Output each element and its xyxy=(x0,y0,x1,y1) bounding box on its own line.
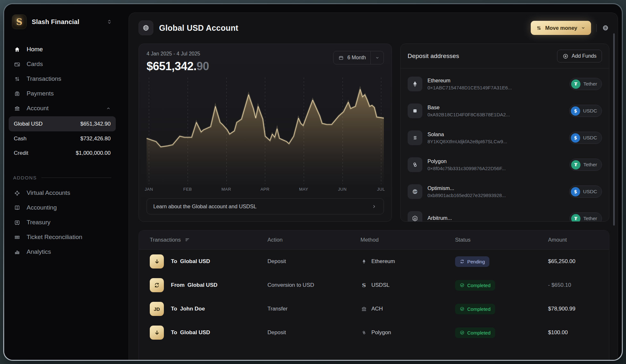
token-badge[interactable]: $ USDC xyxy=(569,186,602,198)
sidebar-item-account[interactable]: Account xyxy=(9,101,116,116)
balance-amount: $651,342.90 xyxy=(147,60,209,73)
learn-banner[interactable]: Learn about the Global account and USDSL xyxy=(147,198,384,214)
deposit-row-optimism[interactable]: OP Optimism... 0xb8901acb165ed027e329893… xyxy=(408,178,602,205)
token-label: USDC xyxy=(583,135,597,141)
sidebar-item-label: Accounting xyxy=(27,204,57,211)
sort-filter-icon[interactable] xyxy=(185,237,190,243)
transactions-table: Transactions Action Method Status Amount… xyxy=(139,230,609,360)
period-selector-value: 6 Month xyxy=(334,55,370,61)
account-row-global-usd[interactable]: Global USD $651,342.90 xyxy=(9,116,116,131)
deposit-row-polygon[interactable]: Polygon 0×8f04c75b331c3099876A22D56F... … xyxy=(408,151,602,178)
chevron-right-icon xyxy=(371,203,377,210)
transaction-row[interactable]: ToGlobal USD Deposit Polygon Completed $… xyxy=(139,321,609,344)
deposit-row-base[interactable]: Base 0xA92B18C1D4F0F8C63B78E1DA2... $ US… xyxy=(408,97,602,124)
deposit-row-solana[interactable]: Solana 8Y1KQ8XtfmUdjkfA2eBpt67SLCw9... $… xyxy=(408,124,602,151)
transaction-row[interactable]: FromGlobal USD Conversion to USD S USDSL… xyxy=(139,273,609,297)
sidebar-item-label: Treasury xyxy=(27,219,50,226)
app-window: S Slash Financial Home Cards Transaction… xyxy=(3,3,623,361)
tx-method: USDSL xyxy=(371,282,390,288)
calendar-icon xyxy=(338,55,344,61)
wallet-icon xyxy=(13,61,21,68)
transaction-row[interactable]: ToGlobal USD Deposit Ethereum Pending $6… xyxy=(139,250,609,273)
app-surface: S Slash Financial Home Cards Transaction… xyxy=(4,4,622,360)
wallet-address: 0×8f04c75b331c3099876A22D56F... xyxy=(427,166,506,171)
tx-action: Deposit xyxy=(267,329,360,336)
brand-logo-letter: S xyxy=(16,17,22,27)
sidebar-item-treasury[interactable]: Treasury xyxy=(9,215,116,230)
sidebar-item-label: Analytics xyxy=(27,248,51,255)
network-name: Polygon xyxy=(427,158,506,164)
move-money-button[interactable]: Move money xyxy=(531,21,591,35)
arbitrum-icon xyxy=(408,211,422,221)
learn-banner-text: Learn about the Global account and USDSL xyxy=(153,203,257,210)
account-label: Cash xyxy=(14,136,27,142)
token-badge[interactable]: ₮ Tether xyxy=(570,78,602,90)
period-label: 6 Month xyxy=(347,55,366,61)
sidebar-item-virtual-accounts[interactable]: Virtual Accounts xyxy=(9,186,116,200)
deposit-row-ethereum[interactable]: Ethereum 0×1ABC7154748D1CE5149F7A31E6...… xyxy=(408,70,602,97)
status-label: Completed xyxy=(467,283,491,288)
sidebar-item-cards[interactable]: Cards xyxy=(9,57,116,71)
deposit-card-header: Deposit addresses Add Funds xyxy=(401,44,609,68)
deposit-row-arbitrum[interactable]: Arbitrum... ₮ Tether xyxy=(408,205,602,221)
deposit-addresses-card: Deposit addresses Add Funds Et xyxy=(400,44,609,222)
scrollbar[interactable] xyxy=(613,33,615,226)
sidebar-item-analytics[interactable]: Analytics xyxy=(9,244,116,259)
bank-icon xyxy=(13,105,21,112)
check-circle-icon xyxy=(460,330,465,335)
chevron-down-icon[interactable] xyxy=(371,55,384,61)
tx-method: Polygon xyxy=(371,329,391,336)
workspace-switcher[interactable]: S Slash Financial xyxy=(4,14,120,29)
transaction-row[interactable]: JD ToJohn Doe Transfer ACH Completed $78… xyxy=(139,297,609,321)
status-label: Completed xyxy=(467,330,491,335)
token-badge[interactable]: $ USDC xyxy=(569,105,602,117)
sidebar-item-accounting[interactable]: Accounting xyxy=(9,200,116,215)
month-label: MAY xyxy=(299,187,309,192)
period-selector[interactable]: 6 Month xyxy=(333,51,384,64)
account-row-credit[interactable]: Credit $1,000,000.00 xyxy=(9,146,116,160)
sidebar-item-payments[interactable]: Payments xyxy=(9,86,116,101)
deposit-row-text: Arbitrum... xyxy=(427,215,452,222)
tx-amount: $100.00 xyxy=(548,329,601,336)
account-row-cash[interactable]: Cash $732,426.80 xyxy=(9,131,116,146)
tx-amount: $78,900.99 xyxy=(548,306,601,312)
token-badge[interactable]: ₮ Tether xyxy=(570,159,602,171)
deposit-row-text: Solana 8Y1KQ8XtfmUdjkfA2eBpt67SLCw9... xyxy=(427,131,507,144)
sidebar-item-ticket-reconciliation[interactable]: Ticket Reconciliation xyxy=(9,230,116,244)
tether-icon: ₮ xyxy=(571,79,580,89)
token-badge[interactable]: ₮ Tether xyxy=(570,212,602,221)
home-icon xyxy=(13,46,21,53)
main-area: Global USD Account Move money xyxy=(120,4,622,360)
account-label: Global USD xyxy=(14,121,43,127)
tx-action: Transfer xyxy=(267,306,360,312)
sidebar-item-transactions[interactable]: Transactions xyxy=(9,71,116,86)
usdc-icon: $ xyxy=(571,187,580,196)
brand-name: Slash Financial xyxy=(32,18,80,26)
divider xyxy=(41,178,111,178)
conversion-refresh-icon xyxy=(150,278,164,292)
tx-amount: $65,250.00 xyxy=(548,258,601,265)
sidebar-item-home[interactable]: Home xyxy=(9,42,116,57)
network-name: Arbitrum... xyxy=(427,215,452,221)
check-circle-icon xyxy=(460,306,465,311)
transactions-table-header: Transactions Action Method Status Amount xyxy=(139,230,609,250)
add-funds-button[interactable]: Add Funds xyxy=(557,50,602,62)
chart-svg xyxy=(147,78,384,184)
avatar-initials: JD xyxy=(150,302,164,316)
arrows-up-down-icon xyxy=(13,76,21,82)
column-header-status: Status xyxy=(455,237,548,243)
bar-chart-icon xyxy=(13,249,21,255)
deposit-arrow-icon xyxy=(150,326,164,340)
month-label: JUN xyxy=(338,187,347,192)
network-name: Solana xyxy=(427,131,507,137)
settings-gear-icon[interactable] xyxy=(602,24,609,32)
status-badge-completed: Completed xyxy=(455,280,495,291)
plus-circle-icon xyxy=(563,53,569,59)
deposit-arrow-icon xyxy=(150,254,164,269)
token-badge[interactable]: $ USDC xyxy=(569,132,602,144)
tx-counterparty: Global USD xyxy=(188,282,218,288)
workspace-selector-icon[interactable] xyxy=(106,19,113,25)
move-money-label: Move money xyxy=(545,25,577,31)
ethereum-icon xyxy=(408,77,422,91)
token-label: USDC xyxy=(583,108,597,114)
